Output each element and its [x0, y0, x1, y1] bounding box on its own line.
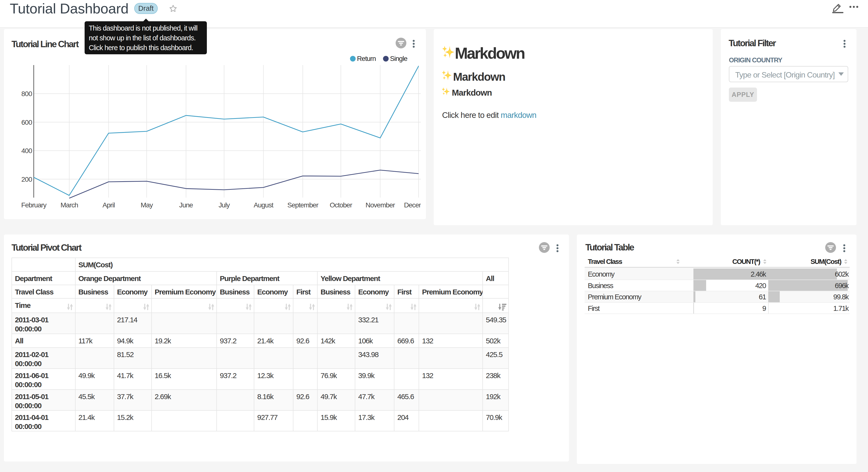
svg-text:200: 200 — [21, 176, 32, 183]
svg-text:February: February — [21, 201, 47, 209]
svg-text:600: 600 — [21, 119, 32, 126]
svg-text:November: November — [366, 201, 395, 209]
svg-text:May: May — [141, 201, 153, 209]
svg-text:December: December — [404, 201, 421, 209]
svg-text:July: July — [219, 201, 230, 209]
svg-text:March: March — [60, 201, 78, 209]
svg-text:400: 400 — [21, 147, 32, 154]
svg-text:August: August — [253, 201, 273, 209]
svg-text:Single: Single — [390, 55, 407, 62]
svg-text:April: April — [102, 201, 115, 209]
svg-text:800: 800 — [21, 90, 32, 97]
svg-text:October: October — [330, 201, 352, 209]
svg-text:Return: Return — [357, 55, 376, 62]
svg-text:June: June — [179, 201, 193, 209]
svg-text:September: September — [287, 201, 318, 209]
